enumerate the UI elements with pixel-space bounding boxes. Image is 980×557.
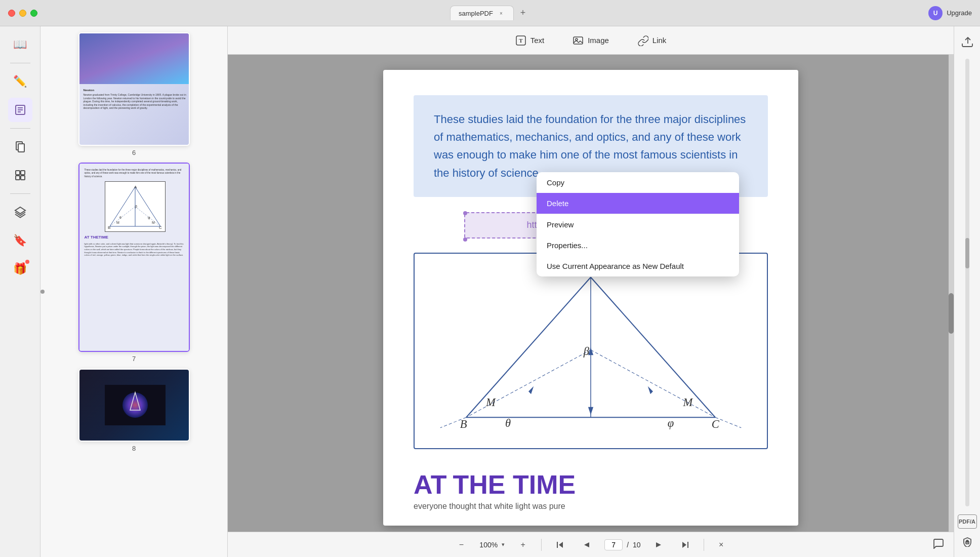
- thumb-body-7: light with no other color, and colored l…: [85, 243, 186, 257]
- pdf-page: These studies laid the foundation for th…: [383, 70, 798, 526]
- zoom-out-button[interactable]: −: [453, 537, 469, 553]
- context-menu-properties[interactable]: Properties...: [537, 235, 739, 256]
- svg-rect-6: [16, 171, 20, 175]
- tab-samplepdf[interactable]: samplePDF ×: [450, 6, 514, 20]
- close-toolbar-button[interactable]: ×: [714, 538, 728, 552]
- sidebar-annotate[interactable]: [8, 98, 32, 122]
- text-tool[interactable]: T Text: [509, 32, 551, 49]
- sidebar-layers[interactable]: [8, 200, 32, 224]
- maximize-button[interactable]: [30, 10, 37, 17]
- thumb-number-7: 7: [132, 355, 136, 363]
- zoom-in-button[interactable]: +: [515, 537, 531, 553]
- sidebar-gift[interactable]: 🎁: [8, 257, 32, 281]
- prev-page-button[interactable]: [578, 537, 594, 553]
- thumb-card-6[interactable]: Newton Newton graduated from Trinity Col…: [78, 32, 190, 146]
- svg-text:θ: θ: [119, 216, 121, 219]
- pdf-viewport[interactable]: These studies laid the foundation for th…: [228, 55, 954, 532]
- svg-text:B: B: [460, 418, 467, 430]
- right-scroll-bar[interactable]: [965, 59, 969, 506]
- last-page-button[interactable]: [677, 537, 693, 553]
- zoom-display: 100% ▾: [479, 541, 505, 549]
- user-avatar: U: [928, 6, 943, 20]
- svg-text:φ: φ: [668, 416, 674, 429]
- svg-line-38: [466, 350, 591, 417]
- page-separator: /: [627, 541, 629, 549]
- thumb-card-7[interactable]: These studies laid the foundation for th…: [78, 163, 190, 352]
- comment-icon[interactable]: [932, 538, 944, 551]
- content-area: T Text Image: [228, 26, 954, 557]
- svg-marker-54: [559, 542, 563, 548]
- svg-marker-58: [682, 542, 686, 548]
- thumb-number-8: 8: [132, 445, 136, 452]
- vertical-scrollbar[interactable]: [949, 55, 954, 532]
- image-tool[interactable]: Image: [566, 32, 615, 49]
- svg-text:M: M: [116, 221, 119, 224]
- context-menu-preview[interactable]: Preview: [537, 214, 739, 235]
- image-tool-label: Image: [588, 36, 609, 45]
- zoom-dropdown-icon[interactable]: ▾: [502, 541, 505, 548]
- svg-line-11: [110, 187, 135, 226]
- tab-close-button[interactable]: ×: [497, 9, 505, 17]
- svg-rect-5: [18, 144, 24, 152]
- right-sidebar: PDF/A: [954, 26, 980, 557]
- thumb-preview-8: [79, 370, 190, 441]
- link-tool-label: Link: [652, 36, 667, 45]
- divider-2: [704, 539, 704, 551]
- minimize-button[interactable]: [19, 10, 26, 17]
- image-tool-icon: [573, 35, 584, 46]
- thetime-text: THE TIME: [453, 469, 576, 500]
- subtitle-text: everyone thought that white light was pu…: [414, 502, 768, 511]
- context-menu-use-current[interactable]: Use Current Appearance as New Default: [537, 256, 739, 276]
- upgrade-button[interactable]: U Upgrade: [928, 6, 972, 20]
- sidebar-edit[interactable]: ✏️: [8, 69, 32, 94]
- next-page-button[interactable]: [651, 537, 667, 553]
- svg-rect-30: [574, 37, 583, 44]
- svg-text:M: M: [682, 395, 693, 408]
- sidebar-bookmark[interactable]: 🔖: [8, 228, 32, 253]
- sidebar-divider-2: [10, 128, 30, 129]
- text-tool-label: Text: [530, 36, 545, 45]
- svg-marker-57: [656, 542, 661, 547]
- thumb-number-6: 6: [132, 149, 136, 156]
- export-icon[interactable]: [958, 32, 976, 51]
- scroll-thumb[interactable]: [949, 293, 954, 334]
- scroll-indicator-dot: [40, 290, 45, 294]
- thumb-diagram-7: A β B C M M θ φ: [105, 181, 166, 232]
- page-input[interactable]: [604, 539, 623, 550]
- right-scroll-thumb[interactable]: [965, 238, 969, 268]
- new-tab-button[interactable]: +: [516, 6, 530, 20]
- page-display: / 10: [604, 539, 640, 550]
- svg-text:T: T: [519, 37, 523, 44]
- svg-text:β: β: [135, 205, 137, 209]
- svg-rect-8: [16, 176, 20, 180]
- thumbnail-8[interactable]: 8: [47, 369, 221, 452]
- traffic-lights: [8, 10, 37, 17]
- svg-text:β: β: [583, 345, 590, 357]
- svg-line-12: [135, 187, 160, 226]
- thumb-title-7: AT THETIME: [85, 235, 186, 240]
- context-menu-copy[interactable]: Copy: [537, 172, 739, 193]
- pdfa-icon[interactable]: PDF/A: [958, 514, 977, 529]
- security-icon[interactable]: [958, 533, 976, 551]
- close-button[interactable]: [8, 10, 15, 17]
- thumbnail-7[interactable]: These studies laid the foundation for th…: [47, 163, 221, 363]
- svg-line-35: [591, 277, 715, 417]
- sidebar-reader[interactable]: 📖: [8, 32, 32, 57]
- page-total: 10: [633, 541, 641, 549]
- sidebar-divider-3: [10, 193, 30, 194]
- optics-diagram: A β B C M M θ φ: [425, 264, 757, 436]
- link-tool[interactable]: Link: [631, 32, 673, 49]
- thumb-card-8[interactable]: [78, 369, 190, 442]
- text-tool-icon: T: [515, 35, 526, 46]
- zoom-level: 100%: [479, 541, 498, 549]
- svg-rect-9: [21, 176, 25, 180]
- sidebar-organize[interactable]: [8, 163, 32, 187]
- svg-rect-55: [557, 542, 558, 548]
- thumbnail-6[interactable]: Newton Newton graduated from Trinity Col…: [47, 32, 221, 156]
- context-menu-delete[interactable]: Delete: [537, 193, 739, 214]
- thumbnail-panel[interactable]: Newton Newton graduated from Trinity Col…: [40, 26, 228, 557]
- svg-point-26: [123, 392, 148, 418]
- first-page-button[interactable]: [552, 537, 568, 553]
- thumb-text-top-7: These studies laid the foundation for th…: [85, 169, 186, 178]
- sidebar-pages[interactable]: [8, 135, 32, 159]
